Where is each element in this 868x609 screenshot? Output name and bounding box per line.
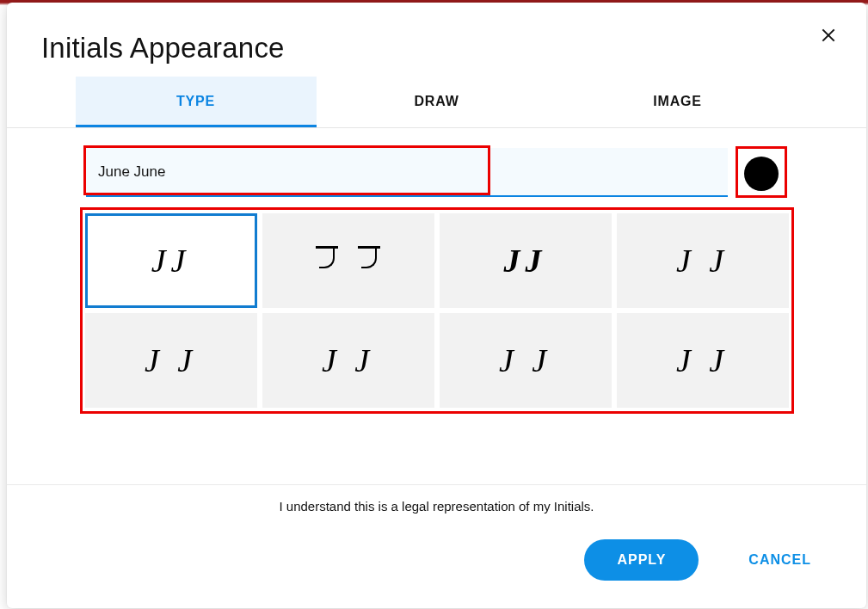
cancel-button[interactable]: CANCEL	[745, 539, 815, 581]
tab-draw[interactable]: DRAW	[317, 77, 557, 127]
style-option-6[interactable]: J J	[262, 313, 434, 408]
close-button[interactable]	[815, 22, 842, 49]
close-icon	[820, 27, 837, 44]
color-picker[interactable]	[744, 157, 779, 191]
style-option-1[interactable]: JJ	[85, 213, 257, 308]
style-option-5[interactable]: J J	[85, 313, 257, 408]
apply-button[interactable]: APPLY	[584, 539, 699, 581]
style-option-2[interactable]	[262, 213, 434, 308]
tab-image[interactable]: IMAGE	[557, 77, 798, 127]
name-input[interactable]	[86, 148, 728, 197]
dialog-title: Initials Appearance	[41, 32, 832, 65]
styles-grid: JJ JJ J J J J J J	[83, 210, 791, 411]
name-input-wrapper	[86, 148, 728, 197]
dialog-header: Initials Appearance	[7, 3, 866, 68]
style-preview: J J	[499, 341, 551, 379]
dialog-actions: APPLY CANCEL	[7, 514, 866, 608]
style-option-4[interactable]: J J	[617, 213, 789, 308]
style-option-3[interactable]: JJ	[440, 213, 612, 308]
style-preview: J J	[145, 341, 197, 379]
color-picker-wrapper	[736, 148, 787, 200]
style-option-7[interactable]: J J	[440, 313, 612, 408]
style-preview	[319, 242, 377, 280]
style-preview: JJ	[151, 242, 191, 280]
dialog-content: JJ JJ J J J J J J	[7, 128, 866, 462]
tab-type[interactable]: TYPE	[76, 77, 317, 127]
tabs: TYPE DRAW IMAGE	[76, 77, 798, 127]
style-preview: J J	[322, 341, 374, 379]
style-preview: J J	[676, 242, 729, 280]
style-option-8[interactable]: J J	[617, 313, 789, 408]
initials-appearance-dialog: Initials Appearance TYPE DRAW IMAGE	[7, 3, 866, 608]
legal-disclaimer: I understand this is a legal representat…	[7, 485, 866, 514]
style-preview: JJ	[504, 242, 547, 280]
style-preview: J J	[676, 341, 729, 379]
styles-wrapper: JJ JJ J J J J J J	[83, 210, 791, 411]
name-and-color-row	[86, 148, 788, 200]
